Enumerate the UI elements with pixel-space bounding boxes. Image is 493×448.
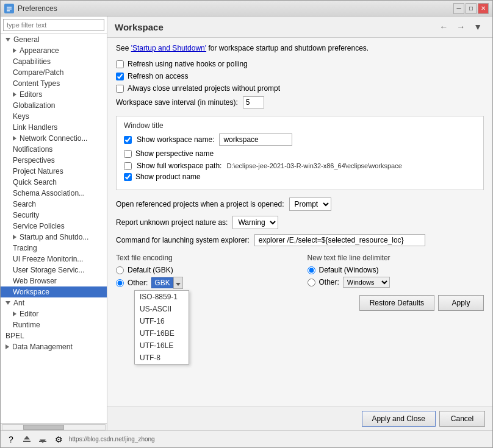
show-workspace-name-checkbox[interactable] xyxy=(124,136,132,144)
minimize-button[interactable]: ─ xyxy=(453,3,464,14)
encoding-option-utf16be[interactable]: UTF-16BE xyxy=(135,327,189,340)
sidebar-item-link-handlers[interactable]: Link Handlers xyxy=(1,122,107,133)
show-workspace-name-row: Show workspace name: xyxy=(124,133,476,146)
sidebar-item-security[interactable]: Security xyxy=(1,210,107,221)
sidebar-item-ant[interactable]: Ant xyxy=(1,297,107,308)
encoding-dropdown-arrow-icon xyxy=(176,283,181,286)
sidebar-item-tracing[interactable]: Tracing xyxy=(1,243,107,254)
sidebar-item-content-types[interactable]: Content Types xyxy=(1,78,107,89)
line-delimiter-other-row: Other: Windows Unix Mac OS X xyxy=(308,277,484,288)
refresh-access-checkbox[interactable] xyxy=(116,73,124,80)
startup-shutdown-link[interactable]: 'Startup and Shutdown' xyxy=(131,44,206,52)
workspace-name-input[interactable] xyxy=(219,133,292,146)
maximize-button[interactable]: □ xyxy=(466,3,477,14)
refresh-native-checkbox[interactable] xyxy=(116,60,124,68)
sidebar-item-editors[interactable]: Editors xyxy=(1,89,107,100)
sidebar-item-bpel[interactable]: BPEL xyxy=(1,330,107,341)
close-unrelated-row: Always close unrelated projects without … xyxy=(116,84,484,93)
sidebar-item-schema-associations[interactable]: Schema Association... xyxy=(1,188,107,199)
encoding-option-utf8[interactable]: UTF-8 xyxy=(135,352,189,364)
tree: General Appearance Capabilities Compare/… xyxy=(1,34,107,423)
apply-button[interactable]: Apply xyxy=(438,295,484,311)
save-interval-input[interactable] xyxy=(243,96,264,108)
sidebar-item-web-browser[interactable]: Web Browser xyxy=(1,276,107,286)
sidebar-item-runtime[interactable]: Runtime xyxy=(1,319,107,330)
line-delimiter-select[interactable]: Windows Unix Mac OS X xyxy=(343,277,390,288)
window-title-group: Window title Show workspace name: Show p… xyxy=(116,116,484,190)
status-bar: ? ⚙ https://blog.csdn.net/jing_zhong xyxy=(1,430,492,447)
expand-arrow-data-management xyxy=(5,344,9,349)
show-product-checkbox[interactable] xyxy=(124,173,132,181)
sidebar-item-network-connections[interactable]: Network Connectio... xyxy=(1,133,107,144)
sidebar-item-appearance[interactable]: Appearance xyxy=(1,45,107,56)
encoding-option-usascii[interactable]: US-ASCII xyxy=(135,303,189,315)
window-title-group-label: Window title xyxy=(124,121,476,130)
export-icon[interactable] xyxy=(37,434,48,445)
scroll-track xyxy=(2,424,106,430)
show-full-path-label: Show full workspace path: xyxy=(137,162,221,170)
panel-body: See 'Startup and Shutdown' for workspace… xyxy=(107,38,492,407)
encoding-title: Text file encoding xyxy=(116,254,293,262)
sidebar-item-editor[interactable]: Editor xyxy=(1,308,107,319)
sidebar-item-globalization[interactable]: Globalization xyxy=(1,100,107,111)
show-perspective-checkbox[interactable] xyxy=(124,150,132,158)
svg-rect-1 xyxy=(7,7,12,8)
sidebar-item-compare-patch[interactable]: Compare/Patch xyxy=(1,67,107,78)
sidebar-item-data-management[interactable]: Data Management xyxy=(1,341,107,352)
apply-close-button[interactable]: Apply and Close xyxy=(362,411,436,427)
expand-arrow-startup xyxy=(13,235,16,240)
show-workspace-name-label: Show workspace name: xyxy=(137,135,214,144)
import-icon[interactable] xyxy=(21,434,32,445)
sidebar-item-service-policies[interactable]: Service Policies xyxy=(1,221,107,232)
show-perspective-row: Show perspective name xyxy=(124,149,476,158)
report-unknown-row: Report unknown project nature as: Warnin… xyxy=(116,216,484,229)
sidebar-item-perspectives[interactable]: Perspectives xyxy=(1,155,107,166)
sidebar-item-project-natures[interactable]: Project Natures xyxy=(1,166,107,177)
save-interval-label: Workspace save interval (in minutes): xyxy=(116,98,238,107)
menu-button[interactable]: ▼ xyxy=(470,20,485,34)
sidebar-item-search[interactable]: Search xyxy=(1,199,107,210)
encoding-option-utf16le[interactable]: UTF-16LE xyxy=(135,340,189,352)
encoding-default-radio[interactable] xyxy=(116,266,124,274)
filter-input[interactable] xyxy=(3,19,104,31)
expand-arrow-ant xyxy=(5,301,10,305)
encoding-option-iso8859[interactable]: ISO-8859-1 xyxy=(135,291,189,303)
cancel-button[interactable]: Cancel xyxy=(439,411,485,427)
open-referenced-select[interactable]: Prompt Always Never Close xyxy=(289,197,331,211)
settings-icon[interactable]: ⚙ xyxy=(53,434,64,445)
sidebar-item-ui-freeze[interactable]: UI Freeze Monitorin... xyxy=(1,254,107,265)
forward-button[interactable]: → xyxy=(453,20,468,34)
line-delimiter-other-label: Other: xyxy=(319,278,339,286)
sidebar-horizontal-scrollbar[interactable] xyxy=(1,423,107,430)
sidebar-item-user-storage[interactable]: User Storage Servic... xyxy=(1,265,107,276)
close-unrelated-label: Always close unrelated projects without … xyxy=(128,84,280,93)
sidebar-item-general[interactable]: General xyxy=(1,34,107,45)
show-perspective-label: Show perspective name xyxy=(135,149,214,158)
refresh-native-label: Refresh using native hooks or polling xyxy=(128,60,248,68)
line-delimiter-default-radio[interactable] xyxy=(308,266,315,274)
back-button[interactable]: ← xyxy=(436,20,451,34)
sidebar-item-notifications[interactable]: Notifications xyxy=(1,144,107,155)
sidebar-item-startup[interactable]: Startup and Shutdo... xyxy=(1,232,107,243)
encoding-option-utf16[interactable]: UTF-16 xyxy=(135,315,189,327)
close-button[interactable]: ✕ xyxy=(478,3,489,14)
sidebar-item-quick-search[interactable]: Quick Search xyxy=(1,177,107,188)
close-unrelated-checkbox[interactable] xyxy=(116,85,124,93)
panel-title: Workspace xyxy=(115,22,164,32)
refresh-native-row: Refresh using native hooks or polling xyxy=(116,60,484,68)
restore-defaults-button[interactable]: Restore Defaults xyxy=(359,295,434,311)
sidebar-item-keys[interactable]: Keys xyxy=(1,111,107,122)
encoding-other-radio[interactable] xyxy=(116,279,124,287)
title-bar: Preferences ─ □ ✕ xyxy=(1,1,492,16)
sidebar-item-workspace[interactable]: Workspace xyxy=(1,286,107,297)
sidebar: General Appearance Capabilities Compare/… xyxy=(1,16,107,430)
svg-rect-4 xyxy=(23,441,31,442)
sidebar-item-capabilities[interactable]: Capabilities xyxy=(1,56,107,67)
explorer-input[interactable] xyxy=(254,234,425,246)
line-delimiter-other-radio[interactable] xyxy=(308,279,315,286)
encoding-dropdown-arrow-btn[interactable] xyxy=(173,277,183,289)
show-full-path-checkbox[interactable] xyxy=(124,162,132,170)
help-icon[interactable]: ? xyxy=(5,434,16,445)
encoding-selected-value: GBK xyxy=(151,277,173,288)
report-unknown-select[interactable]: Warning Error Ignore xyxy=(232,216,278,229)
